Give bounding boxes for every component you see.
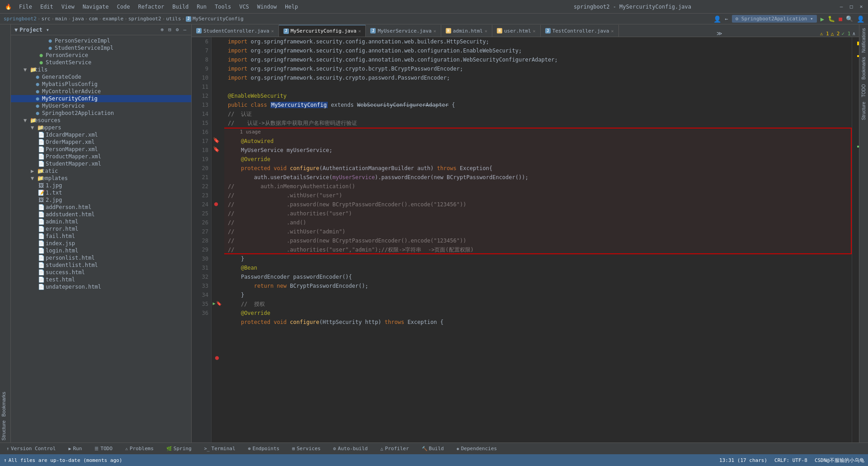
bottom-tab-endpoints[interactable]: ⊛ Endpoints bbox=[245, 445, 283, 452]
tree-item-static-folder[interactable]: ▶ 📁 static bbox=[11, 167, 191, 175]
breadcrumb-part[interactable]: example bbox=[103, 16, 123, 22]
tab-user-html[interactable]: H user.html ✕ bbox=[492, 25, 541, 37]
run-icon[interactable]: ▶ bbox=[212, 301, 215, 306]
tree-item-success[interactable]: 📄 success.html bbox=[11, 269, 191, 276]
tree-item-undateperson[interactable]: 📄 undateperson.html bbox=[11, 283, 191, 290]
tab-close-icon[interactable]: ✕ bbox=[533, 29, 536, 33]
maximize-button[interactable]: □ bbox=[848, 4, 854, 10]
status-run[interactable]: 13:31 (17 chars) bbox=[719, 457, 767, 463]
bottom-tab-todo[interactable]: ☰ TODO bbox=[92, 445, 115, 452]
tree-item-mappers-folder[interactable]: ▼ 📁 mappers bbox=[11, 124, 191, 131]
gutter-breakpoint-19[interactable]: ● bbox=[212, 200, 220, 207]
tree-item-MybatisPlusConfig[interactable]: ● MybatisPlusConfig bbox=[11, 81, 191, 88]
tree-item-GenerateCode[interactable]: ● GenerateCode bbox=[11, 73, 191, 81]
toolbar-run-icon[interactable]: ▶ bbox=[821, 15, 824, 23]
tree-item-PersonService[interactable]: ● PersonService bbox=[11, 52, 191, 59]
tree-item-studentlist[interactable]: 📄 studentlist.html bbox=[11, 262, 191, 269]
menu-build[interactable]: Build bbox=[169, 3, 192, 11]
run-config-dropdown[interactable]: ⚙ Springboot2Application ▾ bbox=[732, 15, 817, 23]
tree-item-test[interactable]: 📄 test.html bbox=[11, 276, 191, 283]
sidebar-locate-btn[interactable]: ⊕ bbox=[160, 26, 165, 33]
right-label-structure[interactable]: Structure bbox=[860, 100, 867, 122]
sidebar-collapse-btn[interactable]: ⊟ bbox=[167, 26, 173, 33]
breadcrumb-part[interactable]: J MySercurityConfig bbox=[186, 16, 244, 22]
tab-close-icon[interactable]: ✕ bbox=[358, 29, 361, 33]
tree-item-ProductMapper[interactable]: 📄 ProductMapper.xml bbox=[11, 153, 191, 160]
tree-item-MySercurityConfig[interactable]: ● MySercurityConfig bbox=[11, 95, 191, 102]
tree-item-2jpg[interactable]: 🖼 2.jpg bbox=[11, 196, 191, 204]
tab-close-icon[interactable]: ✕ bbox=[434, 29, 436, 33]
bottom-tab-auto-build[interactable]: ⚙ Auto-build bbox=[330, 445, 370, 452]
code-content[interactable]: import org.springframework.security.conf… bbox=[224, 37, 852, 442]
bottom-tab-profiler[interactable]: △ Profiler bbox=[378, 445, 412, 452]
menu-file[interactable]: File bbox=[15, 3, 36, 11]
bottom-tab-problems[interactable]: ⚠ Problems bbox=[123, 445, 156, 452]
status-crlf[interactable]: CRLF: UTF-8 bbox=[774, 457, 807, 463]
sidebar-collapse-icon[interactable]: ▼ bbox=[14, 27, 18, 33]
tab-admin-html[interactable]: H admin.html ✕ bbox=[441, 25, 492, 37]
left-panel-structure[interactable]: Structure bbox=[0, 418, 10, 442]
tree-item-PersonServiceImpl[interactable]: ● PersonServiceImpl bbox=[11, 37, 191, 44]
tab-StudentController[interactable]: J StudentController.java ✕ bbox=[192, 25, 279, 37]
breadcrumb-part[interactable]: main bbox=[55, 16, 67, 22]
bottom-tab-run[interactable]: ▶ Run bbox=[66, 445, 85, 452]
bottom-tab-build[interactable]: 🔨 Build bbox=[419, 445, 447, 452]
tree-item-Springboot2Application[interactable]: ● Springboot2Application bbox=[11, 109, 191, 117]
bottom-tab-services[interactable]: ⊞ Services bbox=[289, 445, 323, 452]
menu-edit[interactable]: Edit bbox=[37, 3, 57, 11]
tab-close-icon[interactable]: ✕ bbox=[611, 29, 613, 33]
tree-item-templates-folder[interactable]: ▼ 📁 templates bbox=[11, 175, 191, 182]
sidebar-close-btn[interactable]: — bbox=[182, 26, 188, 33]
tree-item-error[interactable]: 📄 error.html bbox=[11, 225, 191, 233]
breadcrumb-part[interactable]: springboot2 bbox=[128, 16, 161, 22]
tree-item-StudentService[interactable]: ● StudentService bbox=[11, 59, 191, 66]
toolbar-stop-icon[interactable]: ■ bbox=[839, 15, 842, 22]
tree-item-admin-html[interactable]: 📄 admin.html bbox=[11, 218, 191, 225]
right-label-notifications[interactable]: Notifications bbox=[860, 26, 867, 54]
breadcrumb-part[interactable]: springboot2 bbox=[4, 16, 37, 22]
menu-run[interactable]: Run bbox=[193, 3, 210, 11]
sidebar-dropdown-icon[interactable]: ▾ bbox=[46, 27, 49, 33]
minimize-button[interactable]: — bbox=[838, 4, 844, 10]
bottom-tab-dependencies[interactable]: ◈ Dependencies bbox=[454, 445, 500, 452]
bottom-tab-version-control[interactable]: ↑ Version Control bbox=[4, 445, 58, 452]
menu-code[interactable]: Code bbox=[113, 3, 134, 11]
tree-item-fail[interactable]: 📄 fail.html bbox=[11, 233, 191, 240]
tree-item-indexjsp[interactable]: 📄 index.jsp bbox=[11, 240, 191, 247]
tree-item-1jpg[interactable]: 🖼 1.jpg bbox=[11, 182, 191, 189]
toolbar-debug-icon[interactable]: 🐛 bbox=[828, 15, 835, 22]
tab-MySercurityConfig[interactable]: J MySercurityConfig.java ✕ bbox=[279, 25, 366, 37]
tab-close-icon[interactable]: ✕ bbox=[485, 29, 487, 33]
tab-MyUserService[interactable]: J MyUserService.java ✕ bbox=[366, 25, 441, 37]
status-git[interactable]: ↑ All files are up-to-date (moments ago) bbox=[4, 457, 122, 463]
tree-item-StudentServiceImpl[interactable]: ● StudentServiceImpl bbox=[11, 44, 191, 52]
menu-tools[interactable]: Tools bbox=[211, 3, 235, 11]
menu-help[interactable]: Help bbox=[281, 3, 302, 11]
tree-item-IdcardMapper[interactable]: 📄 IdcardMapper.xml bbox=[11, 131, 191, 138]
tree-item-MyControllerAdvice[interactable]: ● MyControllerAdvice bbox=[11, 88, 191, 95]
sidebar-settings-btn[interactable]: ⚙ bbox=[175, 26, 180, 33]
breadcrumb-part[interactable]: src bbox=[41, 16, 50, 22]
menu-refactor[interactable]: Refactor bbox=[134, 3, 168, 11]
profile-icon[interactable]: 👤 bbox=[713, 15, 721, 23]
bottom-tab-terminal[interactable]: >_ Terminal bbox=[202, 445, 238, 452]
toolbar-user-icon[interactable]: 👤 bbox=[857, 15, 864, 23]
tree-item-1txt[interactable]: 📝 1.txt bbox=[11, 189, 191, 196]
breadcrumb-part[interactable]: com bbox=[89, 16, 98, 22]
tab-overflow-menu[interactable]: ≫ bbox=[714, 30, 725, 37]
toolbar-search-icon[interactable]: 🔍 bbox=[846, 15, 853, 22]
tree-item-login[interactable]: 📄 login.html bbox=[11, 247, 191, 254]
menu-navigate[interactable]: Navigate bbox=[79, 3, 113, 11]
tree-item-MyUserService[interactable]: ● MyUserService bbox=[11, 102, 191, 109]
tree-item-addPerson[interactable]: 📄 addPerson.html bbox=[11, 204, 191, 211]
tree-item-addstudent[interactable]: 📄 addstudent.html bbox=[11, 211, 191, 218]
breadcrumb-part[interactable]: utils bbox=[166, 16, 181, 22]
left-panel-bookmarks[interactable]: Bookmarks bbox=[0, 390, 10, 418]
navigate-back-icon[interactable]: ← bbox=[725, 16, 728, 22]
menu-vcs[interactable]: VCS bbox=[236, 3, 253, 11]
tree-item-resources-folder[interactable]: ▼ 📁 resources bbox=[11, 117, 191, 124]
expand-icon[interactable]: ∧ bbox=[852, 31, 855, 37]
tree-item-PersonMapper[interactable]: 📄 PersonMapper.xml bbox=[11, 146, 191, 153]
close-button[interactable]: ✕ bbox=[858, 4, 864, 10]
right-label-bookmarks[interactable]: Bookmarks bbox=[860, 55, 867, 81]
